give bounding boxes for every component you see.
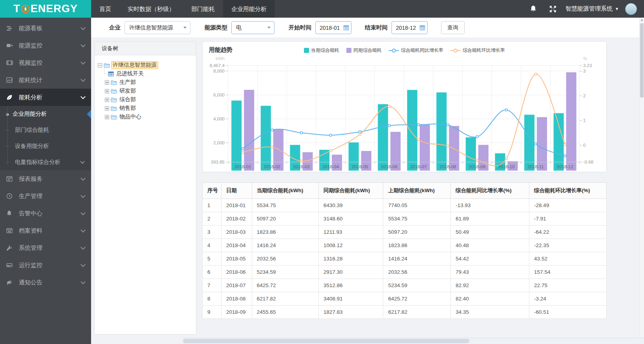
point-综合能耗同比增长率-2018-11[interactable]: [534, 143, 537, 145]
sidebar-item-3[interactable]: 视频监控: [0, 54, 91, 71]
table-cell: 157.54: [529, 266, 607, 279]
bar-同期综合能耗-2018-08[interactable]: [449, 126, 459, 171]
legend-item-2[interactable]: 同期综合能耗: [346, 47, 382, 54]
point-综合能耗同比增长率-2018-03[interactable]: [300, 131, 302, 134]
table-row-1[interactable]: 12018-015534.756430.397740.05-13.93-28.4…: [203, 199, 607, 212]
point-综合能耗环比增长率-2018-08[interactable]: [446, 145, 449, 147]
point-综合能耗环比增长率-2018-06[interactable]: [388, 105, 390, 107]
bar-同期综合能耗-2018-07[interactable]: [420, 125, 430, 171]
end-date-input[interactable]: 2018-12: [392, 21, 428, 34]
point-综合能耗同比增长率-2018-04[interactable]: [329, 134, 332, 137]
horizontal-scroll-thumb[interactable]: [183, 339, 469, 343]
table-cell: 7740.05: [383, 199, 451, 212]
megaphone-icon: [6, 280, 14, 286]
point-综合能耗环比增长率-2018-11[interactable]: [534, 73, 537, 75]
company-select[interactable]: 许继信息智慧能源: [124, 21, 190, 34]
bar-当期综合能耗-2018-11[interactable]: [524, 115, 534, 171]
sidebar-item-12[interactable]: 通知公告: [0, 274, 91, 291]
tree-node-label[interactable]: 销售部: [118, 105, 137, 112]
table-row-9[interactable]: 92018-092455.651827.836217.8234.35-60.51: [203, 306, 607, 319]
tree-node-label[interactable]: 物品中心: [118, 113, 143, 120]
bar-同期综合能耗-2018-01[interactable]: [244, 90, 254, 171]
point-综合能耗环比增长率-2018-02[interactable]: [271, 146, 273, 148]
vertical-scrollbar[interactable]: ▲ ▼: [639, 18, 644, 344]
point-综合能耗环比增长率-2018-05[interactable]: [359, 133, 361, 136]
legend-item-4[interactable]: 综合能耗环比增长率: [450, 47, 505, 54]
bar-当期综合能耗-2018-06[interactable]: [378, 104, 388, 171]
table-cell: 1827.83: [318, 306, 383, 319]
svg-text:2018-08: 2018-08: [439, 164, 456, 169]
point-综合能耗同比增长率-2018-12[interactable]: [564, 155, 566, 157]
bar-当期综合能耗-2018-08[interactable]: [436, 93, 446, 171]
point-综合能耗同比增长率-2018-05[interactable]: [359, 131, 361, 133]
bar-同期综合能耗-2018-12[interactable]: [566, 72, 576, 171]
tree-expander-plus[interactable]: [105, 80, 109, 85]
tree-node-label[interactable]: 许继信息智慧能源: [111, 61, 158, 69]
nav-tab-1[interactable]: 首页: [91, 0, 119, 18]
energy-type-select[interactable]: 电: [231, 21, 274, 34]
sidebar-item-2[interactable]: 能源监控: [0, 37, 91, 54]
tree-expander-minus[interactable]: [98, 63, 102, 67]
fullscreen-icon[interactable]: [549, 5, 557, 13]
tree-expander-plus[interactable]: [105, 89, 109, 93]
table-row-6[interactable]: 62018-065234.592917.302032.5679.43157.54: [203, 266, 607, 279]
legend-item-1[interactable]: 当期综合能耗: [304, 47, 339, 54]
point-综合能耗环比增长率-2018-07[interactable]: [417, 138, 420, 141]
tree-node-label[interactable]: 生产部: [118, 79, 137, 86]
point-综合能耗同比增长率-2018-06[interactable]: [388, 124, 390, 127]
bar-同期综合能耗-2018-11[interactable]: [537, 117, 547, 171]
horizontal-scrollbar[interactable]: [182, 338, 644, 344]
point-综合能耗环比增长率-2018-10[interactable]: [505, 157, 508, 160]
table-row-3[interactable]: 32018-031823.861211.935097.2050.49-64.22: [203, 226, 607, 239]
point-综合能耗同比增长率-2018-07[interactable]: [417, 124, 420, 126]
bar-当期综合能耗-2018-07[interactable]: [407, 90, 417, 171]
sidebar-item-8[interactable]: 告警中心: [0, 205, 91, 222]
sidebar-item-11[interactable]: 运行监控: [0, 257, 91, 274]
sidebar-item-1[interactable]: 能源看板: [0, 20, 91, 37]
table-row-7[interactable]: 72018-076425.723512.865234.5982.9222.75: [203, 279, 607, 292]
tree-expander-plus[interactable]: [105, 98, 109, 102]
point-综合能耗同比增长率-2018-02[interactable]: [271, 129, 273, 131]
sidebar-item-6[interactable]: 报表服务: [0, 170, 91, 187]
bar-当期综合能耗-2018-02[interactable]: [261, 106, 271, 171]
sidebar-item-4[interactable]: 能耗统计: [0, 71, 91, 89]
table-row-8[interactable]: 82018-086217.823408.916425.7282.40-3.24: [203, 292, 607, 306]
point-综合能耗环比增长率-2018-09[interactable]: [476, 159, 478, 161]
system-menu[interactable]: 智慧能源管理系统 ▼: [565, 5, 619, 13]
sidebar-subitem-4[interactable]: 电量指标综合分析: [0, 154, 91, 170]
point-综合能耗环比增长率-2018-03[interactable]: [300, 160, 302, 162]
tree-expander-plus[interactable]: [105, 115, 109, 119]
query-button[interactable]: 查询: [441, 21, 465, 34]
sidebar-item-9[interactable]: 档案资料: [0, 222, 91, 239]
point-综合能耗同比增长率-2018-10[interactable]: [505, 109, 508, 111]
point-综合能耗同比增长率-2018-01[interactable]: [242, 147, 244, 150]
point-综合能耗同比增长率-2018-08[interactable]: [446, 124, 449, 126]
sidebar-subitem-1[interactable]: »企业用能分析: [0, 106, 91, 122]
point-综合能耗环比增长率-2018-12[interactable]: [564, 143, 566, 146]
bell-icon[interactable]: [529, 5, 537, 13]
vertical-scroll-thumb[interactable]: [640, 23, 644, 98]
legend-item-3[interactable]: 综合能耗同比增长率: [389, 47, 443, 54]
point-综合能耗环比增长率-2018-01[interactable]: [242, 151, 244, 153]
sidebar-item-5[interactable]: 能耗分析: [0, 89, 91, 106]
tree-node-label[interactable]: 综合部: [118, 96, 137, 103]
nav-tab-2[interactable]: 实时数据（秒级）: [119, 0, 183, 18]
sidebar-item-10[interactable]: 系统管理: [0, 239, 91, 257]
nav-tab-3[interactable]: 部门能耗: [183, 0, 223, 18]
sidebar-subitem-2[interactable]: 部门综合能耗: [0, 122, 91, 138]
table-row-2[interactable]: 22018-025097.203148.605534.7561.89-7.91: [203, 212, 607, 226]
point-综合能耗环比增长率-2018-04[interactable]: [329, 149, 332, 152]
table-row-5[interactable]: 52018-052032.561316.281416.2454.4243.52: [203, 252, 607, 266]
sidebar-item-7[interactable]: 生产管理: [0, 187, 91, 205]
start-date-input[interactable]: 2018-01: [315, 21, 351, 34]
sidebar-subitem-3[interactable]: 设备用能分析: [0, 138, 91, 154]
nav-tab-4[interactable]: 企业用能分析: [223, 0, 275, 18]
table-row-4[interactable]: 42018-041416.241008.121823.8640.48-22.35: [203, 239, 607, 252]
bar-当期综合能耗-2018-01[interactable]: [231, 100, 242, 171]
tree-expander-plus[interactable]: [105, 106, 109, 111]
scroll-up-arrow[interactable]: ▲: [640, 18, 644, 22]
point-综合能耗同比增长率-2018-09[interactable]: [476, 136, 478, 138]
tree-node-label[interactable]: 总进线开关: [115, 70, 145, 77]
user-avatar[interactable]: [625, 3, 637, 15]
tree-node-label[interactable]: 研发部: [118, 87, 137, 95]
